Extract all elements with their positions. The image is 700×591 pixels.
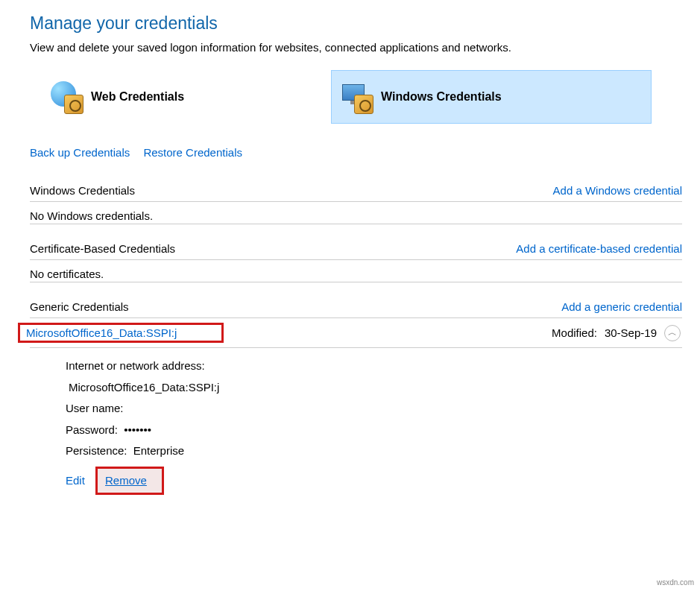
credential-links-row: Back up Credentials Restore Credentials: [30, 146, 682, 159]
add-generic-credential-link[interactable]: Add a generic credential: [561, 300, 682, 313]
restore-credentials-link[interactable]: Restore Credentials: [143, 146, 242, 159]
web-credentials-category[interactable]: Web Credentials: [40, 70, 309, 124]
address-label: Internet or network address:: [66, 359, 205, 372]
page-title: Manage your credentials: [30, 13, 682, 34]
web-credentials-label: Web Credentials: [91, 90, 184, 104]
password-value: •••••••: [124, 423, 151, 436]
persistence-label: Persistence:: [66, 444, 127, 457]
certificate-credentials-section: Certificate-Based Credentials Add a cert…: [30, 238, 682, 282]
windows-section-title: Windows Credentials: [30, 184, 135, 197]
remove-link[interactable]: Remove: [105, 474, 147, 487]
credential-name-highlight: MicrosoftOffice16_Data:SSPI:j: [18, 323, 224, 343]
credential-details: Internet or network address: MicrosoftOf…: [30, 348, 682, 495]
windows-credentials-category[interactable]: Windows Credentials: [331, 70, 652, 124]
add-certificate-credential-link[interactable]: Add a certificate-based credential: [516, 242, 682, 255]
category-row: Web Credentials Windows Credentials: [40, 70, 682, 124]
password-label: Password:: [66, 423, 118, 436]
web-credentials-icon: [49, 80, 83, 114]
certificate-section-empty: No certificates.: [30, 260, 682, 282]
chevron-up-icon[interactable]: ︿: [664, 325, 681, 341]
username-label: User name:: [66, 402, 124, 414]
modified-label: Modified:: [552, 326, 597, 339]
windows-credentials-icon: [339, 80, 373, 114]
page-description: View and delete your saved logon informa…: [30, 41, 682, 54]
windows-section-empty: No Windows credentials.: [30, 202, 682, 224]
windows-credentials-label: Windows Credentials: [381, 90, 502, 104]
address-value: MicrosoftOffice16_Data:SSPI:j: [69, 381, 219, 394]
add-windows-credential-link[interactable]: Add a Windows credential: [553, 184, 682, 197]
generic-credentials-section: Generic Credentials Add a generic creden…: [30, 296, 682, 495]
modified-value: 30-Sep-19: [605, 326, 657, 339]
backup-credentials-link[interactable]: Back up Credentials: [30, 146, 130, 159]
generic-section-title: Generic Credentials: [30, 300, 129, 313]
windows-credentials-section: Windows Credentials Add a Windows creden…: [30, 180, 682, 224]
persistence-value: Enterprise: [133, 444, 184, 457]
credential-name: MicrosoftOffice16_Data:SSPI:j: [26, 326, 177, 339]
certificate-section-title: Certificate-Based Credentials: [30, 242, 175, 255]
edit-link[interactable]: Edit: [66, 474, 85, 487]
remove-highlight: Remove: [95, 467, 164, 496]
credential-row[interactable]: MicrosoftOffice16_Data:SSPI:j Modified: …: [30, 318, 682, 348]
